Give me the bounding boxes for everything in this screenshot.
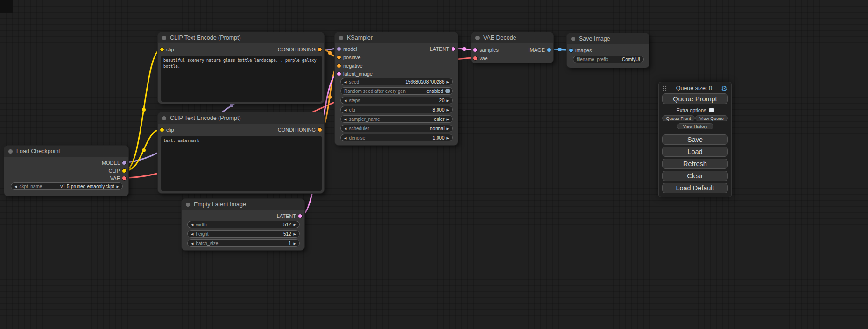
node-empty-latent-image[interactable]: Empty Latent Image LATENT width 512 heig… <box>181 198 305 251</box>
left-arrow-icon[interactable] <box>344 80 346 84</box>
left-arrow-icon[interactable] <box>191 232 193 236</box>
left-arrow-icon[interactable] <box>14 185 17 188</box>
right-arrow-icon[interactable] <box>294 223 296 226</box>
port-clip-output[interactable] <box>122 168 127 173</box>
widget-value: 1 <box>289 241 291 246</box>
node-title: Empty Latent Image <box>194 201 246 208</box>
extra-options-checkbox[interactable] <box>709 108 714 112</box>
drag-handle-icon[interactable] <box>663 85 667 91</box>
view-queue-button[interactable]: View Queue <box>695 115 728 121</box>
settings-gear-icon[interactable] <box>721 85 727 92</box>
port-model-output[interactable] <box>122 161 127 165</box>
widget-label: Random seed after every gen <box>344 89 406 94</box>
widget-steps[interactable]: steps 20 <box>340 97 453 104</box>
collapse-dot-icon[interactable] <box>8 149 13 154</box>
widget-label: cfg <box>349 107 355 112</box>
node-clip-text-encode-negative[interactable]: CLIP Text Encode (Prompt) clip CONDITION… <box>157 112 325 194</box>
node-title: CLIP Text Encode (Prompt) <box>170 35 241 41</box>
left-arrow-icon[interactable] <box>344 99 346 102</box>
clear-button[interactable]: Clear <box>662 171 728 181</box>
widget-random-seed-toggle[interactable]: Random seed after every gen enabled <box>340 87 453 95</box>
widget-filename-prefix[interactable]: filename_prefix ComfyUI <box>573 56 644 63</box>
input-slot-positive: positive <box>335 54 458 61</box>
node-header[interactable]: Load Checkpoint <box>4 146 128 157</box>
widget-ckpt-name[interactable]: ckpt_name v1-5-pruned-emaonly.ckpt <box>11 182 123 190</box>
right-arrow-icon[interactable] <box>447 127 449 130</box>
collapse-dot-icon[interactable] <box>339 36 343 40</box>
prompt-textarea-negative[interactable]: text, watermark <box>161 136 322 191</box>
widget-width[interactable]: width 512 <box>187 221 300 228</box>
collapse-dot-icon[interactable] <box>475 36 480 40</box>
view-history-button[interactable]: View History <box>677 123 713 129</box>
widget-scheduler[interactable]: scheduler normal <box>340 125 453 132</box>
left-arrow-icon[interactable] <box>191 242 193 245</box>
node-save-image[interactable]: Save Image images filename_prefix ComfyU… <box>566 33 649 68</box>
port-latent-output[interactable] <box>298 214 303 218</box>
collapse-dot-icon[interactable] <box>162 116 166 120</box>
refresh-button[interactable]: Refresh <box>662 159 728 169</box>
collapse-dot-icon[interactable] <box>186 203 190 207</box>
left-arrow-icon[interactable] <box>344 136 346 140</box>
right-arrow-icon[interactable] <box>117 185 119 188</box>
widget-denoise[interactable]: denoise 1.000 <box>340 134 453 141</box>
toggle-knob-icon[interactable] <box>445 89 450 93</box>
widget-height[interactable]: height 512 <box>187 230 300 238</box>
widget-sampler-name[interactable]: sampler_name euler <box>340 115 453 123</box>
node-header[interactable]: CLIP Text Encode (Prompt) <box>158 112 324 124</box>
node-clip-text-encode-positive[interactable]: CLIP Text Encode (Prompt) clip CONDITION… <box>157 32 325 104</box>
queue-prompt-button[interactable]: Queue Prompt <box>662 93 728 104</box>
queue-front-button[interactable]: Queue Front <box>662 115 695 121</box>
right-arrow-icon[interactable] <box>447 99 449 102</box>
port-positive-input[interactable] <box>337 55 341 60</box>
node-header[interactable]: Save Image <box>567 33 649 44</box>
slot-label: LATENT <box>430 46 449 52</box>
widget-value: 156680208700286 <box>405 79 444 84</box>
port-vae-output[interactable] <box>122 176 127 181</box>
node-header[interactable]: Empty Latent Image <box>182 199 304 210</box>
port-conditioning-output[interactable] <box>318 47 322 52</box>
node-header[interactable]: KSampler <box>335 32 458 43</box>
widget-label: height <box>196 231 208 237</box>
comfyui-canvas[interactable]: Load Checkpoint MODEL CLIP VAE ckpt_name… <box>0 0 868 329</box>
widget-seed[interactable]: seed 156680208700286 <box>340 78 453 85</box>
port-latent-output[interactable] <box>451 47 456 51</box>
slot-label: LATENT <box>277 213 296 219</box>
prompt-textarea-positive[interactable]: beautiful scenery nature glass bottle la… <box>161 56 322 102</box>
port-vae-input[interactable] <box>473 56 478 61</box>
right-arrow-icon[interactable] <box>294 242 296 245</box>
left-arrow-icon[interactable] <box>344 127 346 130</box>
right-arrow-icon[interactable] <box>447 108 449 112</box>
node-vae-decode[interactable]: VAE Decode samples vae IMAGE <box>471 32 554 63</box>
right-arrow-icon[interactable] <box>447 80 449 84</box>
right-arrow-icon[interactable] <box>294 232 296 236</box>
node-ksampler[interactable]: KSampler model positive negative latent_… <box>334 32 458 146</box>
collapse-dot-icon[interactable] <box>162 36 166 40</box>
input-slot-vae: vae <box>471 55 553 62</box>
slot-label: positive <box>343 55 360 60</box>
port-image-output[interactable] <box>547 48 551 52</box>
slot-label: IMAGE <box>529 47 545 53</box>
node-load-checkpoint[interactable]: Load Checkpoint MODEL CLIP VAE ckpt_name… <box>4 145 129 196</box>
widget-value: 1.000 <box>433 135 445 140</box>
collapse-dot-icon[interactable] <box>571 37 575 41</box>
port-latent-image-input[interactable] <box>337 71 341 76</box>
left-arrow-icon[interactable] <box>344 118 346 121</box>
left-arrow-icon[interactable] <box>191 223 193 226</box>
node-header[interactable]: CLIP Text Encode (Prompt) <box>158 32 324 43</box>
load-default-button[interactable]: Load Default <box>662 183 728 193</box>
port-negative-input[interactable] <box>337 63 341 68</box>
node-header[interactable]: VAE Decode <box>471 32 553 43</box>
save-button[interactable]: Save <box>662 134 728 145</box>
left-arrow-icon[interactable] <box>344 108 346 112</box>
right-arrow-icon[interactable] <box>447 118 449 121</box>
load-button[interactable]: Load <box>662 147 728 157</box>
port-conditioning-output[interactable] <box>318 127 322 132</box>
slot-label: VAE <box>110 175 120 181</box>
port-images-input[interactable] <box>569 48 573 53</box>
node-title: VAE Decode <box>483 35 516 41</box>
widget-cfg[interactable]: cfg 8.000 <box>340 106 453 113</box>
right-arrow-icon[interactable] <box>447 136 449 140</box>
widget-batch-size[interactable]: batch_size 1 <box>187 239 300 247</box>
queue-size-label: Queue size: 0 <box>667 85 721 91</box>
widget-label: steps <box>349 98 360 103</box>
